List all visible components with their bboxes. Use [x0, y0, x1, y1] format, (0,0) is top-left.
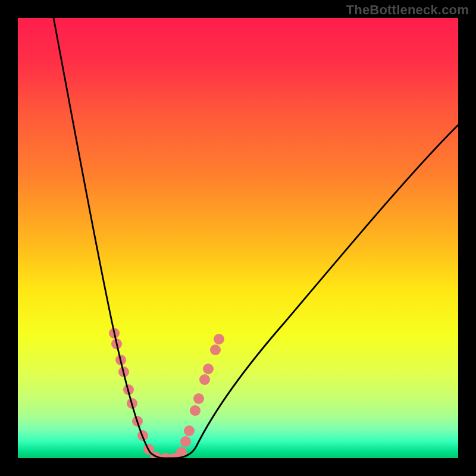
marker-dot [180, 436, 191, 447]
curve-right-branch [174, 125, 458, 458]
marker-dot [199, 374, 210, 385]
watermark-text: TheBottleneck.com [346, 2, 469, 18]
marker-dot [214, 334, 224, 345]
marker-dot [193, 393, 204, 404]
marker-dot [190, 405, 201, 416]
marker-dot [184, 425, 195, 436]
bottleneck-curve [18, 18, 458, 458]
curve-left-branch [54, 18, 164, 458]
marker-dot [203, 364, 214, 374]
marker-group [109, 328, 224, 458]
chart-frame: TheBottleneck.com [0, 0, 476, 476]
plot-area [18, 18, 458, 458]
marker-dot [210, 345, 221, 355]
